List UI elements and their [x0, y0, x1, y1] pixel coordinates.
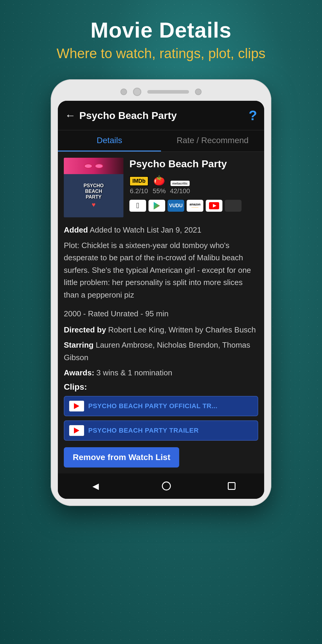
metacritic-score: 42/100 — [170, 187, 190, 195]
phone-speaker — [147, 90, 189, 94]
director-line: Directed by Robert Lee King, Written by … — [64, 324, 258, 336]
vudu-icon[interactable]: VUDU — [168, 200, 184, 212]
nav-recent-button[interactable] — [228, 482, 236, 490]
svg-marker-0 — [154, 202, 160, 210]
bottom-nav: ◀ — [58, 473, 264, 499]
phone-camera-main — [133, 88, 141, 96]
clip-title-1: PSYCHO BEACH PARTY OFFICIAL TR... — [88, 402, 217, 410]
tab-rate-recommend[interactable]: Rate / Recommend — [161, 130, 264, 151]
phone-camera-right — [195, 89, 202, 95]
starring-line: Starring Lauren Ambrose, Nicholas Brendo… — [64, 339, 258, 364]
movie-details-col: Psycho Beach Party IMDb 6.2/10 🍅 55% — [129, 158, 258, 217]
tab-details[interactable]: Details — [58, 130, 161, 151]
imdb-badge: IMDb — [129, 176, 148, 186]
metacritic-label: metacritic — [172, 182, 188, 185]
clip-title-2: PSYCHO BEACH PARTY TRAILER — [88, 427, 199, 434]
clip-button-1[interactable]: PSYCHO BEACH PARTY OFFICIAL TR... — [64, 396, 258, 416]
phone-screen: ← Psycho Beach Party ? Details Rate / Re… — [58, 101, 264, 499]
awards-line: Awards: 3 wins & 1 nomination — [64, 367, 258, 379]
apple-tv-icon[interactable]:  — [129, 200, 146, 212]
clips-label: Clips: — [64, 382, 258, 392]
ratings-row: IMDb 6.2/10 🍅 55% metacritic — [129, 175, 258, 195]
page-title: Movie Details — [6, 18, 316, 42]
help-button[interactable]: ? — [249, 107, 257, 123]
poster-eye-left — [84, 164, 92, 168]
remove-watchlist-button[interactable]: Remove from Watch List — [64, 447, 179, 467]
metacritic-rating: metacritic 42/100 — [170, 181, 190, 195]
clip-button-2[interactable]: PSYCHO BEACH PARTY TRAILER — [64, 420, 258, 441]
content-area: PSYCHOBEACHPARTY ♥ Psycho Beach Party IM… — [58, 152, 264, 473]
streaming-row:  — [129, 200, 258, 212]
stream-placeholder — [225, 200, 242, 212]
plot-text: Plot: Chicklet is a sixteen-year old tom… — [64, 239, 258, 301]
imdb-score: 6.2/10 — [130, 187, 148, 195]
poster-eye-right — [95, 164, 103, 168]
page-subtitle: Where to watch, ratings, plot, clips — [6, 45, 316, 61]
movie-meta: Added Added to Watch List Jan 9, 2021 Pl… — [64, 224, 258, 309]
movie-poster: PSYCHOBEACHPARTY ♥ — [64, 158, 123, 217]
nav-home-button[interactable] — [162, 482, 171, 490]
poster-title: PSYCHOBEACHPARTY — [83, 183, 104, 200]
phone-top-decoration — [58, 88, 264, 96]
poster-middle: PSYCHOBEACHPARTY ♥ — [64, 174, 123, 217]
clip-yt-icon-2 — [69, 425, 84, 436]
amazon-tagline: ~~~~~ — [191, 206, 198, 209]
amazon-label: amazon — [189, 203, 200, 206]
back-button[interactable]: ← — [65, 108, 79, 123]
added-date: Added Added to Watch List Jan 9, 2021 — [64, 224, 258, 236]
rt-score: 55% — [153, 187, 166, 195]
youtube-icon[interactable] — [206, 200, 222, 212]
movie-title: Psycho Beach Party — [129, 158, 258, 170]
app-title: Psycho Beach Party — [79, 110, 249, 121]
poster-heart-icon: ♥ — [92, 201, 95, 209]
clip-yt-icon-1 — [69, 401, 84, 411]
poster-top — [64, 158, 123, 174]
phone-camera-left — [120, 89, 127, 95]
year-rating-runtime: 2000 - Rated Unrated - 95 min — [64, 309, 258, 318]
phone-frame: ← Psycho Beach Party ? Details Rate / Re… — [51, 79, 271, 506]
tomato-icon: 🍅 — [153, 175, 165, 186]
app-topbar: ← Psycho Beach Party ? — [58, 101, 264, 130]
google-play-icon[interactable] — [148, 200, 165, 212]
rt-rating: 🍅 55% — [153, 175, 166, 195]
amazon-icon[interactable]: amazon ~~~~~ — [187, 200, 203, 212]
yt-play-icon-2 — [74, 428, 79, 434]
imdb-rating: IMDb 6.2/10 — [129, 176, 148, 195]
nav-back-button[interactable]: ◀ — [86, 479, 105, 493]
tab-bar: Details Rate / Recommend — [58, 130, 264, 152]
metacritic-badge: metacritic — [171, 181, 190, 186]
yt-play-icon-1 — [74, 403, 79, 409]
movie-info-row: PSYCHOBEACHPARTY ♥ Psycho Beach Party IM… — [64, 158, 258, 217]
